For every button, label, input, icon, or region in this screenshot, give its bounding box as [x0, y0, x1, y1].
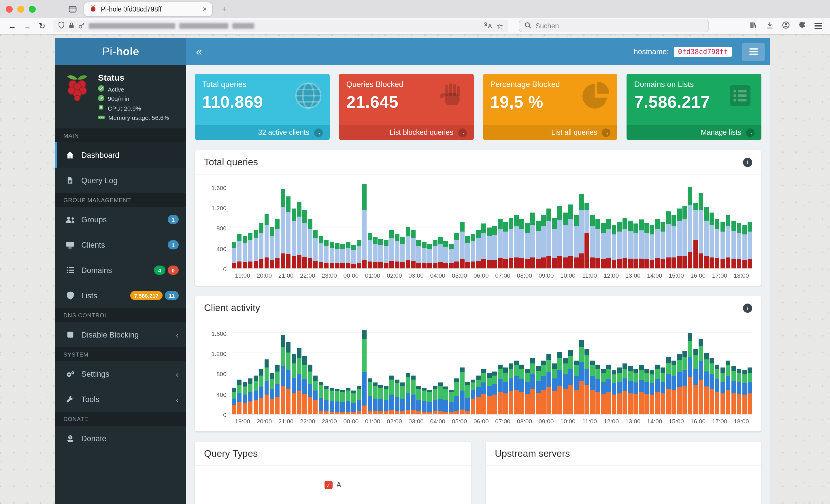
stacked-bar[interactable] [362, 184, 366, 268]
stacked-bar[interactable] [606, 364, 611, 414]
stacked-bar[interactable] [585, 349, 589, 414]
stacked-bar[interactable] [568, 350, 573, 414]
stacked-bar[interactable] [498, 219, 502, 268]
stacked-bar[interactable] [378, 239, 383, 268]
stacked-bar[interactable] [356, 385, 361, 414]
stacked-bar[interactable] [471, 379, 475, 414]
stacked-bar[interactable] [503, 368, 508, 414]
stacked-bar[interactable] [253, 230, 258, 268]
legend-label-a[interactable]: A [336, 481, 341, 489]
browser-tab[interactable]: Pi-hole 0fd38cd798ff × [84, 2, 212, 16]
stacked-bar[interactable] [275, 219, 280, 268]
close-tab-icon[interactable]: × [202, 5, 207, 13]
stacked-bar[interactable] [368, 233, 372, 269]
stacked-bar[interactable] [281, 335, 285, 414]
stacked-bar[interactable] [433, 385, 437, 414]
stacked-bar[interactable] [297, 202, 301, 268]
stacked-bar[interactable] [579, 194, 584, 268]
stacked-bar[interactable] [536, 221, 540, 268]
stacked-bar[interactable] [487, 373, 492, 414]
stacked-bar[interactable] [346, 242, 350, 268]
url-bar[interactable]: A ☆ [53, 20, 508, 32]
sidebar-item-lists[interactable]: Lists 7.586.217 11 [55, 283, 186, 308]
stacked-bar[interactable] [406, 372, 410, 414]
stacked-bar[interactable] [747, 222, 752, 268]
stacked-bar[interactable] [433, 240, 437, 268]
stacked-bar[interactable] [552, 364, 557, 414]
stacked-bar[interactable] [699, 339, 703, 414]
stacked-bar[interactable] [329, 242, 334, 268]
stacked-bar[interactable] [373, 383, 378, 414]
stacked-bar[interactable] [324, 385, 328, 414]
stacked-bar[interactable] [596, 219, 600, 268]
stacked-bar[interactable] [709, 212, 714, 268]
card-footer-link[interactable]: 32 active clients → [195, 125, 330, 140]
library-icon[interactable] [750, 21, 757, 31]
stacked-bar[interactable] [356, 240, 361, 268]
stacked-bar[interactable] [237, 379, 242, 414]
stacked-bar[interactable] [596, 364, 600, 414]
stacked-bar[interactable] [438, 383, 443, 414]
stacked-bar[interactable] [639, 366, 643, 414]
sidebar-item-query-log[interactable]: Query Log [55, 168, 186, 193]
search-bar[interactable]: Suchen [519, 20, 709, 32]
stacked-bar[interactable] [639, 220, 643, 268]
translate-icon[interactable]: A [483, 21, 492, 31]
new-tab-button[interactable]: + [217, 4, 231, 14]
stacked-bar[interactable] [656, 364, 660, 414]
info-icon[interactable]: i [743, 158, 752, 167]
sidebar-item-domains[interactable]: Domains 4 0 [55, 258, 186, 283]
browser-menu-icon[interactable] [815, 23, 822, 29]
stacked-bar[interactable] [628, 366, 633, 414]
stacked-bar[interactable] [682, 351, 687, 414]
stacked-bar[interactable] [677, 354, 681, 414]
stacked-bar[interactable] [368, 379, 372, 414]
stacked-bar[interactable] [747, 368, 752, 414]
stacked-bar[interactable] [634, 224, 638, 268]
stacked-bar[interactable] [737, 223, 741, 268]
stacked-bar[interactable] [270, 227, 274, 268]
stacked-bar[interactable] [313, 375, 318, 414]
sidebar-item-dashboard[interactable]: Dashboard [55, 142, 186, 168]
stacked-bar[interactable] [498, 364, 502, 414]
reload-button[interactable]: ↻ [36, 21, 49, 31]
stacked-bar[interactable] [291, 354, 296, 414]
legend-checkbox-a[interactable]: ✓ [324, 481, 332, 489]
stacked-bar[interactable] [422, 388, 426, 414]
stacked-bar[interactable] [520, 364, 524, 414]
key-icon[interactable] [78, 21, 85, 31]
stacked-bar[interactable] [243, 381, 247, 414]
stacked-bar[interactable] [530, 212, 535, 268]
stacked-bar[interactable] [530, 358, 535, 414]
stacked-bar[interactable] [563, 212, 568, 268]
stacked-bar[interactable] [362, 330, 366, 414]
stacked-bar[interactable] [492, 372, 497, 414]
stacked-bar[interactable] [568, 204, 573, 268]
stacked-bar[interactable] [721, 368, 725, 414]
stacked-bar[interactable] [601, 223, 606, 268]
tracking-shield-icon[interactable] [58, 21, 65, 31]
stacked-bar[interactable] [460, 222, 464, 268]
app-menu-button[interactable] [742, 42, 765, 61]
stacked-bar[interactable] [444, 387, 448, 414]
stacked-bar[interactable] [525, 368, 530, 414]
stacked-bar[interactable] [302, 210, 307, 268]
stacked-bar[interactable] [704, 207, 709, 268]
maximize-window-button[interactable] [29, 5, 36, 12]
stacked-bar[interactable] [552, 218, 557, 268]
stacked-bar[interactable] [726, 360, 731, 414]
stacked-bar[interactable] [406, 227, 410, 268]
stacked-bar[interactable] [574, 214, 578, 268]
stacked-bar[interactable] [590, 214, 595, 268]
total-queries-chart[interactable]: 04008001.2001.600 19:0020:0021:0022:0023… [204, 182, 752, 279]
stacked-bar[interactable] [378, 385, 383, 414]
stacked-bar[interactable] [373, 237, 378, 268]
card-footer-link[interactable]: Manage lists → [627, 125, 762, 140]
sidebar-item-groups[interactable]: Groups 1 [55, 207, 186, 232]
stacked-bar[interactable] [482, 224, 486, 268]
stacked-bar[interactable] [427, 390, 432, 414]
stacked-bar[interactable] [574, 360, 578, 414]
stacked-bar[interactable] [275, 364, 280, 414]
stacked-bar[interactable] [444, 241, 448, 268]
stacked-bar[interactable] [264, 213, 269, 268]
